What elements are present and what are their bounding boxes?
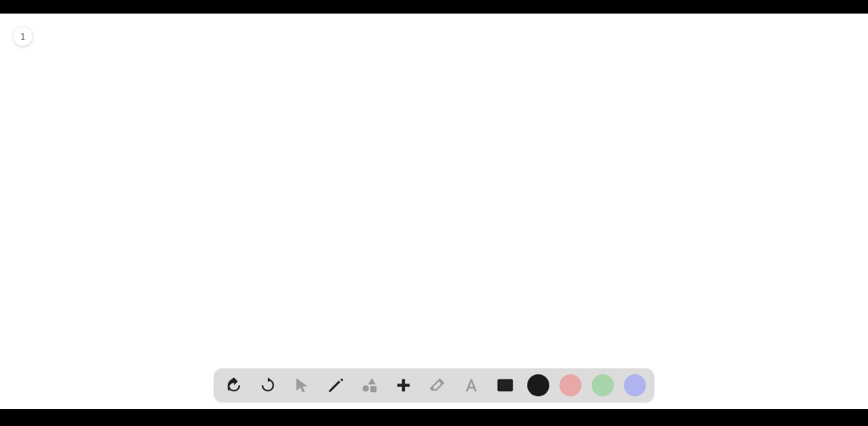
color-green[interactable]: [592, 374, 614, 396]
bottom-letterbox: [0, 409, 868, 426]
shapes-button[interactable]: [358, 373, 381, 397]
redo-icon: [259, 376, 277, 395]
drawing-toolbar: [214, 368, 654, 402]
shapes-icon: [360, 376, 379, 395]
eraser-button[interactable]: [426, 373, 449, 397]
top-letterbox: [0, 0, 868, 14]
image-icon: [496, 376, 515, 395]
undo-button[interactable]: [222, 373, 246, 397]
redo-button[interactable]: [256, 373, 280, 397]
plus-icon: [394, 376, 413, 395]
text-button[interactable]: [459, 373, 483, 397]
cursor-icon: [292, 376, 311, 395]
text-icon: [462, 376, 481, 395]
svg-rect-1: [370, 386, 376, 392]
select-button[interactable]: [290, 373, 314, 397]
undo-icon: [225, 376, 243, 395]
svg-point-0: [363, 385, 369, 391]
page-number-label: 1: [20, 32, 25, 42]
pencil-button[interactable]: [324, 373, 348, 397]
color-blue[interactable]: [624, 374, 646, 396]
canvas-area[interactable]: [0, 14, 868, 409]
eraser-icon: [428, 376, 447, 395]
pencil-icon: [326, 376, 345, 395]
color-red[interactable]: [559, 374, 581, 396]
image-button[interactable]: [493, 373, 517, 397]
color-black[interactable]: [527, 374, 549, 396]
svg-point-3: [501, 383, 504, 385]
page-number-badge[interactable]: 1: [14, 27, 32, 46]
plus-button[interactable]: [392, 373, 415, 397]
